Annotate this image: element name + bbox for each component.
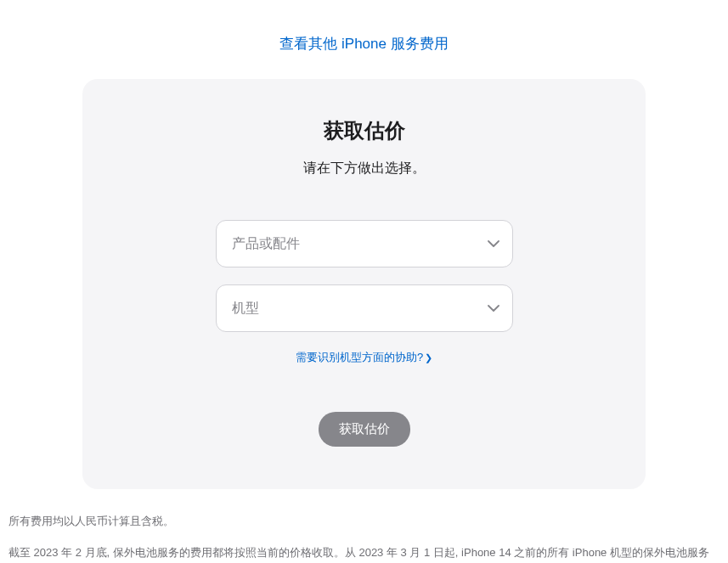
get-estimate-button[interactable]: 获取估价: [319, 412, 410, 447]
help-link-text: 需要识别机型方面的协助?: [296, 351, 423, 363]
model-select-placeholder: 机型: [232, 300, 259, 318]
chevron-right-icon: ❯: [425, 352, 432, 363]
product-select-placeholder: 产品或配件: [232, 235, 300, 253]
identify-model-link[interactable]: 需要识别机型方面的协助?❯: [296, 351, 432, 363]
top-link-container: 查看其他 iPhone 服务费用: [0, 0, 728, 79]
card-title: 获取估价: [116, 117, 612, 144]
estimate-card: 获取估价 请在下方做出选择。 产品或配件 机型 需要识别机型方面的协助?❯ 获取…: [82, 79, 646, 489]
product-select[interactable]: 产品或配件: [216, 220, 513, 267]
footer-line2: 截至 2023 年 2 月底, 保外电池服务的费用都将按照当前的价格收取。从 2…: [8, 541, 720, 563]
footer-line2-pre: 截至 2023 年 2 月底, 保外电池服务的费用都将按照当前的价格收取。从 2…: [8, 546, 709, 559]
help-link-container: 需要识别机型方面的协助?❯: [116, 349, 612, 365]
submit-wrapper: 获取估价: [116, 412, 612, 447]
footer-disclaimer: 所有费用均以人民币计算且含税。 截至 2023 年 2 月底, 保外电池服务的费…: [0, 489, 728, 563]
product-select-wrapper: 产品或配件: [216, 220, 513, 267]
card-subtitle: 请在下方做出选择。: [116, 160, 612, 177]
model-select[interactable]: 机型: [216, 284, 513, 332]
model-select-wrapper: 机型: [216, 284, 513, 332]
footer-line1: 所有费用均以人民币计算且含税。: [8, 510, 720, 534]
other-services-link[interactable]: 查看其他 iPhone 服务费用: [279, 36, 448, 52]
